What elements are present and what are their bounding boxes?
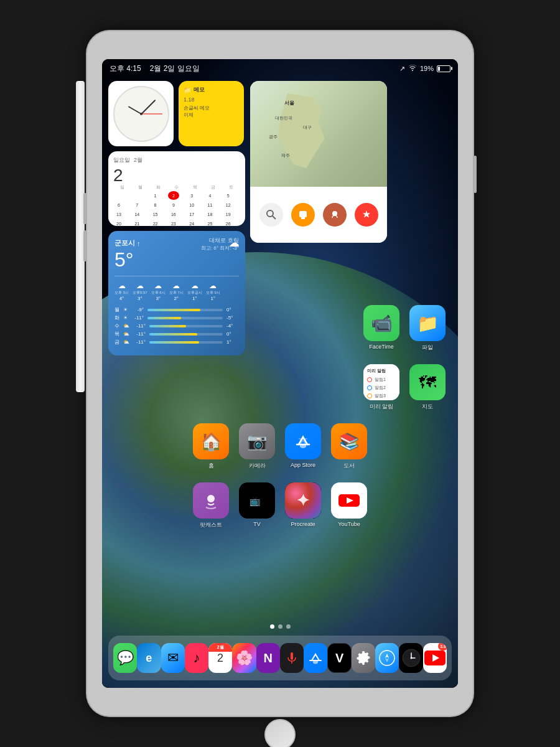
cal-cell: 11 [204, 200, 215, 209]
location-icon: ↗ [399, 65, 405, 73]
weather-high-low: 최고: 6° 최저: -3° [201, 245, 239, 251]
podcasts-icon [193, 482, 229, 519]
weather-description: 대채로 흐림 [201, 237, 239, 245]
clock-minute-hand [141, 99, 156, 114]
app-appstore[interactable]: App Store [285, 423, 321, 470]
reminders-icon: 미리 알림 알림1 알림2 알림3 [363, 364, 399, 400]
home-button[interactable] [264, 719, 296, 747]
app-maps[interactable]: 🗺 지도 [409, 364, 446, 411]
app-home[interactable]: 🏠 홈 [193, 423, 229, 470]
dock-edge[interactable]: e [137, 643, 161, 673]
notes-text1: 손글씨 메모 [184, 105, 239, 111]
cal-header-tue: 화 [150, 184, 167, 190]
widgets-top-row: 📁 메모 1.18 손글씨 메모 이제 [108, 81, 245, 146]
cal-cell: 5 [223, 191, 234, 200]
calendar-month: 2월 [134, 156, 142, 164]
app-facetime[interactable]: 📹 FaceTime [363, 305, 399, 352]
dock-music[interactable]: ♪ [185, 643, 208, 673]
files-icon: 📁 [409, 305, 446, 341]
reminder-item-2: 알림2 [367, 385, 396, 391]
app-camera[interactable]: 📷 카메라 [239, 423, 275, 470]
volume-up-button[interactable] [83, 193, 86, 224]
dock-youtube[interactable]: 3.6 [423, 643, 447, 673]
voice-memo-symbol [284, 651, 299, 665]
screen: 오후 4:15 2월 2일 일요일 ↗ 19% [102, 59, 458, 688]
vectornator-symbol: V [335, 651, 343, 665]
tv-label: TV [253, 521, 261, 527]
notes-date: 1.18 [184, 96, 239, 103]
hour3-time: 오후 6시 [151, 290, 166, 296]
calendar-widget[interactable]: 일요일 2월 2 일 월 화 수 목 금 토 [108, 151, 245, 226]
map-category-btn-3[interactable] [355, 203, 378, 227]
page-dots [102, 624, 458, 629]
onenote-symbol: N [263, 651, 272, 665]
notes-widget[interactable]: 📁 메모 1.18 손글씨 메모 이제 [179, 81, 244, 146]
app-books[interactable]: 📚 도서 [331, 423, 367, 470]
hour3-icon: ☁ [151, 281, 166, 290]
cal-cell: 26 [223, 219, 234, 226]
notes-text2: 이제 [184, 111, 239, 118]
svg-rect-3 [301, 217, 305, 219]
calendar-day: 2 [113, 167, 240, 184]
cal-cell: 22 [150, 219, 161, 226]
dock-mail[interactable]: ✉ [161, 643, 185, 673]
side-button[interactable] [474, 156, 477, 193]
hour6-time: 오후 9시 [206, 290, 220, 296]
podcasts-label: 팟캐스트 [200, 521, 222, 529]
cal-cell: 13 [113, 210, 124, 218]
procreate-icon: ✦ [285, 482, 321, 519]
weather-hour-6: ☁ 오후 9시 1° [206, 281, 220, 301]
files-label: 파일 [422, 344, 433, 352]
app-tv[interactable]: 📺 TV [239, 482, 275, 529]
dock-messages[interactable]: 💬 [113, 643, 137, 673]
app-youtube[interactable]: YouTube [331, 482, 367, 529]
facetime-icon: 📹 [363, 305, 399, 341]
settings-symbol [355, 650, 371, 666]
svg-marker-12 [385, 654, 389, 658]
volume-down-button[interactable] [83, 230, 86, 261]
app-files[interactable]: 📁 파일 [409, 305, 446, 352]
weather-high: 최고: 6° [201, 245, 218, 251]
apps-row-4: 팟캐스트 📺 TV ✦ Procrea [108, 482, 452, 529]
dock-clock[interactable] [399, 643, 422, 673]
app-reminders[interactable]: 미리 알림 알림1 알림2 알림3 [363, 364, 399, 411]
youtube-icon [331, 482, 367, 519]
dock-onenote[interactable]: N [256, 643, 280, 673]
hour5-temp: 1° [187, 296, 202, 301]
books-symbol: 📚 [339, 432, 359, 451]
map-category-btn-1[interactable] [291, 203, 315, 227]
dock-safari[interactable] [375, 643, 399, 673]
cal-cell: 25 [204, 219, 215, 226]
dock-photos[interactable]: 🌸 [232, 643, 256, 673]
dock-voice-memo[interactable] [280, 643, 304, 673]
facetime-label: FaceTime [369, 344, 394, 350]
cal-cell: 21 [131, 219, 142, 226]
dock-appstore[interactable] [304, 643, 327, 673]
calendar-weekday: 일요일 [113, 156, 130, 164]
clock-widget[interactable] [108, 81, 174, 146]
home-symbol: 🏠 [200, 431, 222, 452]
weather-hourly: ☁ 오후 5시 4° ☁ 오후5:57 3° ☁ 오후 6시 3° [114, 276, 239, 301]
map-search-button[interactable] [259, 203, 283, 227]
photos-symbol: 🌸 [236, 650, 253, 666]
reminder-item-3: 알림3 [367, 393, 396, 399]
app-podcasts[interactable]: 팟캐스트 [193, 482, 229, 529]
cal-header-thu: 목 [186, 184, 203, 190]
map-label-jeju: 제주 [281, 153, 290, 159]
clock-center [140, 113, 142, 115]
mail-symbol: ✉ [167, 650, 179, 666]
dock-vectornator[interactable]: V [327, 643, 352, 673]
cal-cell [113, 191, 124, 200]
svg-point-0 [267, 210, 273, 217]
hour2-temp: 3° [133, 296, 147, 301]
cal-cell: 4 [204, 191, 215, 200]
map-category-btn-2[interactable] [323, 203, 347, 227]
cal-cell: 9 [168, 200, 179, 209]
dock-settings[interactable] [352, 643, 375, 673]
app-procreate[interactable]: ✦ Procreate [285, 482, 321, 529]
svg-rect-9 [291, 652, 293, 660]
cal-cell: 3 [186, 191, 197, 200]
dock-calendar[interactable]: 2월 2 [208, 643, 232, 673]
map-widget[interactable]: 서울 대한민국 대구 광주 제주 [250, 81, 387, 243]
map-label-gwangju: 광주 [269, 134, 278, 140]
